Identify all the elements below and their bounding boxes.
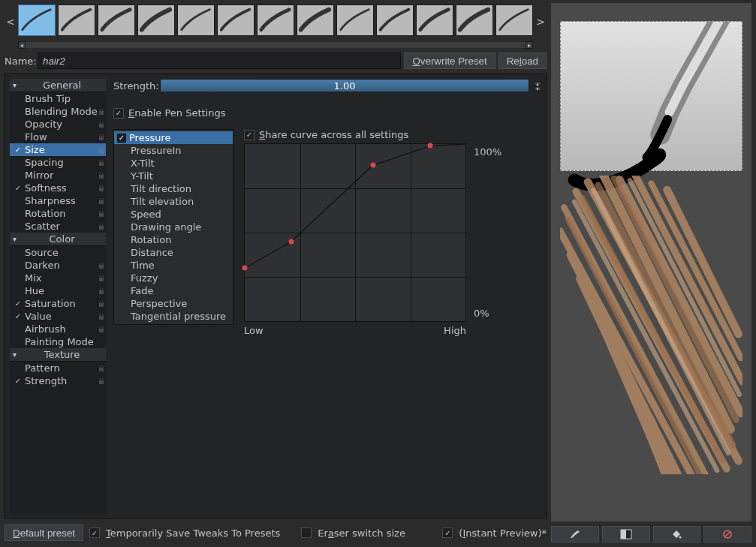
- sidebar-item[interactable]: Scatter: [10, 220, 106, 233]
- sidebar-item[interactable]: Blending Mode: [10, 105, 106, 118]
- curve-handle[interactable]: [288, 239, 294, 244]
- preset-next[interactable]: >: [535, 16, 547, 28]
- fill-mode-button[interactable]: [653, 526, 701, 542]
- param-item[interactable]: ✓Pressure: [114, 131, 233, 144]
- preset-prev[interactable]: <: [5, 16, 17, 28]
- param-item[interactable]: X-Tilt: [114, 157, 233, 170]
- scroll-left-icon[interactable]: ◂: [18, 41, 26, 49]
- param-item-label: X-Tilt: [128, 158, 230, 169]
- param-item[interactable]: Drawing angle: [114, 221, 233, 233]
- param-item-label: PressureIn: [128, 145, 230, 156]
- param-item[interactable]: Tilt elevation: [114, 195, 233, 208]
- svg-rect-3: [99, 149, 104, 153]
- sidebar-section-header[interactable]: ▾Color: [10, 233, 106, 246]
- default-preset-button[interactable]: Default preset: [5, 524, 83, 541]
- sidebar-item[interactable]: Mix: [10, 272, 106, 284]
- name-input[interactable]: [38, 53, 401, 69]
- preset-thumb[interactable]: [58, 5, 95, 36]
- sidebar-item[interactable]: Flow: [10, 131, 106, 143]
- preset-thumb[interactable]: [257, 5, 294, 36]
- sidebar-item[interactable]: Airbrush: [10, 323, 106, 335]
- brush-icon: [569, 529, 581, 539]
- disabled-mode-button[interactable]: [703, 526, 751, 542]
- eraser-switch-checkbox[interactable]: [301, 527, 312, 538]
- sidebar-item[interactable]: Darken: [10, 259, 106, 272]
- preset-thumb[interactable]: [177, 5, 215, 36]
- sidebar-item[interactable]: ✓Saturation: [10, 297, 106, 310]
- preset-scrollbar[interactable]: ◂ ▸: [18, 41, 533, 50]
- param-item[interactable]: Tilt direction: [114, 182, 233, 195]
- sidebar-item[interactable]: Spacing: [10, 156, 106, 169]
- param-item[interactable]: Speed: [114, 208, 233, 221]
- lock-icon: [98, 301, 104, 307]
- share-curve-checkbox[interactable]: ✓: [244, 130, 255, 140]
- preset-thumb[interactable]: [18, 5, 56, 36]
- sidebar-item[interactable]: Brush Tip: [10, 92, 106, 105]
- preset-thumb[interactable]: [495, 5, 533, 36]
- enable-pen-label: Enable Pen Settings: [128, 107, 225, 119]
- param-item[interactable]: Rotation: [114, 233, 233, 246]
- param-item-label: Rotation: [128, 234, 230, 245]
- lock-icon: [98, 160, 104, 166]
- triangle-down-icon: ▾: [13, 81, 17, 89]
- sidebar-item[interactable]: ✓Strength: [10, 374, 106, 387]
- strength-spinner[interactable]: ▴▾: [534, 81, 541, 91]
- overwrite-preset-button[interactable]: OOverwrite Presetverwrite Preset: [404, 53, 495, 69]
- sidebar-item[interactable]: ✓Value: [10, 310, 106, 323]
- preset-thumb[interactable]: [297, 5, 334, 36]
- param-item[interactable]: PressureIn: [114, 144, 233, 157]
- strength-slider[interactable]: 1.00: [160, 79, 529, 92]
- lock-icon: [98, 211, 104, 217]
- curve-handle[interactable]: [242, 266, 248, 271]
- sidebar-item[interactable]: ✓Size: [10, 143, 106, 156]
- bucket-icon: [670, 529, 682, 539]
- triangle-down-icon: ▾: [13, 350, 17, 359]
- preset-thumb[interactable]: [137, 5, 175, 36]
- spin-up-icon[interactable]: ▴: [534, 81, 541, 86]
- param-item[interactable]: Y-Tilt: [114, 170, 233, 182]
- param-item[interactable]: Distance: [114, 246, 233, 259]
- temp-save-checkbox[interactable]: ✓: [89, 527, 100, 538]
- curve-editor[interactable]: [244, 143, 466, 322]
- curve-handle[interactable]: [427, 143, 432, 149]
- gradient-mode-button[interactable]: [602, 526, 650, 542]
- param-item[interactable]: Perspective: [114, 297, 233, 310]
- sidebar-item[interactable]: Pattern: [10, 362, 106, 374]
- lock-icon: [98, 109, 104, 115]
- param-item[interactable]: Time: [114, 259, 233, 272]
- sidebar-item[interactable]: Hue: [10, 284, 106, 297]
- reload-button[interactable]: Reload: [498, 53, 547, 69]
- param-item[interactable]: Tangential pressure: [114, 310, 233, 323]
- instant-preview-checkbox[interactable]: ✓: [442, 527, 453, 538]
- sidebar-section-header[interactable]: ▾General: [10, 79, 106, 92]
- parameter-list: ✓PressurePressureInX-TiltY-TiltTilt dire…: [113, 129, 233, 325]
- preset-thumb[interactable]: [336, 5, 374, 36]
- param-item-label: Distance: [128, 247, 230, 258]
- sidebar-item[interactable]: Source: [10, 246, 106, 259]
- param-item-label: Tilt elevation: [128, 196, 230, 207]
- preset-thumb[interactable]: [376, 5, 414, 36]
- preset-thumb[interactable]: [217, 5, 255, 36]
- sidebar-item-label: Flow: [23, 131, 103, 143]
- param-item[interactable]: Fuzzy: [114, 272, 233, 284]
- preset-thumb[interactable]: [456, 5, 493, 36]
- param-item[interactable]: Fade: [114, 284, 233, 297]
- param-item-label: Pressure: [126, 132, 230, 143]
- curve-handle[interactable]: [370, 163, 375, 168]
- sidebar-item[interactable]: Mirror: [10, 169, 106, 182]
- enable-pen-checkbox[interactable]: ✓: [113, 108, 124, 119]
- preset-thumb[interactable]: [98, 5, 135, 36]
- sidebar-item[interactable]: Opacity: [10, 118, 106, 131]
- svg-rect-19: [621, 530, 626, 539]
- scroll-right-icon[interactable]: ▸: [526, 41, 533, 49]
- sidebar-item[interactable]: ✓Softness: [10, 182, 106, 194]
- spin-down-icon[interactable]: ▾: [534, 86, 541, 91]
- brush-mode-button[interactable]: [551, 526, 599, 542]
- preset-thumb[interactable]: [416, 5, 453, 36]
- sidebar-item-label: Strength: [23, 375, 103, 386]
- sidebar-item[interactable]: Painting Mode: [10, 335, 106, 348]
- sidebar-item[interactable]: Rotation: [10, 207, 106, 220]
- check-icon: ✓: [13, 377, 23, 385]
- sidebar-section-header[interactable]: ▾Texture: [10, 348, 106, 362]
- sidebar-item[interactable]: Sharpness: [10, 194, 106, 207]
